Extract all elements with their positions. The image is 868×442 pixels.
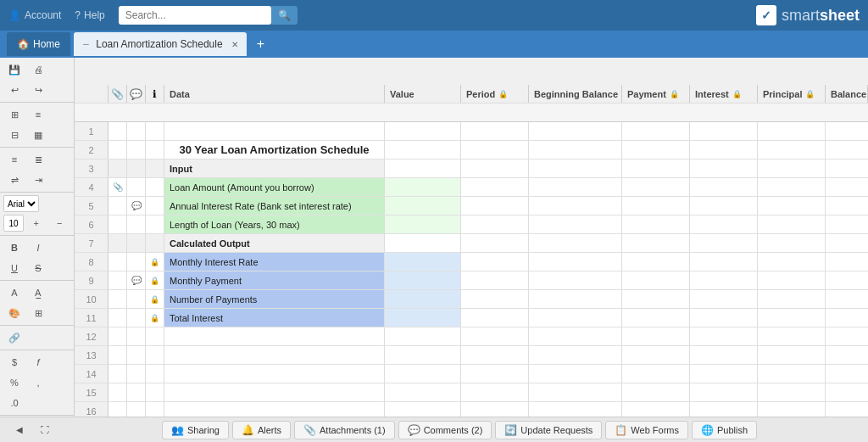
cell-value[interactable] (385, 178, 461, 196)
sheet-nav-left[interactable]: ◀ (8, 421, 31, 439)
cell-payment[interactable] (622, 346, 690, 364)
cell-data[interactable]: Calculated Output (164, 234, 385, 252)
cell-principal[interactable] (758, 215, 826, 233)
tab-sheet[interactable]: − Loan Amortization Schedule ✕ (74, 32, 247, 56)
cell-period[interactable] (461, 215, 529, 233)
cell-balance[interactable] (826, 253, 868, 271)
cell-data[interactable]: Monthly Payment (164, 271, 385, 289)
cell-balance[interactable] (826, 402, 868, 417)
cell-principal[interactable] (758, 253, 826, 271)
cell-interest[interactable] (690, 271, 758, 289)
cell-value[interactable] (385, 309, 461, 327)
cell-interest[interactable] (690, 253, 758, 271)
cell-interest[interactable] (690, 365, 758, 383)
table-row[interactable]: 3 Input (75, 159, 868, 178)
cell-data[interactable] (164, 327, 385, 345)
cell-principal[interactable] (758, 159, 826, 177)
cell-payment[interactable] (622, 402, 690, 417)
help-button[interactable]: ? Help (75, 9, 104, 21)
cell-value[interactable] (385, 327, 461, 345)
cell-value[interactable] (385, 290, 461, 308)
cell-bb[interactable] (529, 271, 622, 289)
cell-balance[interactable] (826, 309, 868, 327)
table-row[interactable]: 10 🔒 Number of Payments (75, 290, 868, 309)
cell-balance[interactable] (826, 178, 868, 196)
cell-balance[interactable] (826, 365, 868, 383)
search-button[interactable]: 🔍 (271, 6, 298, 25)
cell-value[interactable] (385, 346, 461, 364)
table-row[interactable]: 9 💬 🔒 Monthly Payment (75, 271, 868, 290)
table-row[interactable]: 8 🔒 Monthly Interest Rate (75, 253, 868, 271)
cell-data[interactable]: Monthly Interest Rate (164, 253, 385, 271)
cell-interest[interactable] (690, 309, 758, 327)
table-row[interactable]: 15 (75, 383, 868, 402)
cell-bb[interactable] (529, 178, 622, 196)
cell-period[interactable] (461, 178, 529, 196)
cell-principal[interactable] (758, 234, 826, 252)
cell-payment[interactable] (622, 141, 690, 159)
tab-add-button[interactable]: + (250, 32, 271, 56)
cell-data[interactable] (164, 346, 385, 364)
cell-bb[interactable] (529, 197, 622, 215)
update-requests-button[interactable]: 🔄 Update Requests (495, 421, 602, 439)
cell-data[interactable] (164, 402, 385, 417)
cell-value[interactable] (385, 234, 461, 252)
publish-button[interactable]: 🌐 Publish (692, 421, 757, 439)
cell-value[interactable] (385, 159, 461, 177)
table-row[interactable]: 5 💬 Annual Interest Rate (Bank set inter… (75, 197, 868, 215)
cell-period[interactable] (461, 365, 529, 383)
cell-value[interactable] (385, 253, 461, 271)
cell-interest[interactable] (690, 197, 758, 215)
cell-period[interactable] (461, 271, 529, 289)
cell-period[interactable] (461, 309, 529, 327)
cell-value[interactable] (385, 271, 461, 289)
account-button[interactable]: 👤 Account (8, 9, 61, 21)
cell-principal[interactable] (758, 365, 826, 383)
cell-interest[interactable] (690, 141, 758, 159)
cell-interest[interactable] (690, 215, 758, 233)
cell-payment[interactable] (622, 159, 690, 177)
tab-home[interactable]: 🏠 Home (7, 32, 70, 56)
table-row[interactable]: 4 📎 Loan Amount (Amount you borrow) (75, 178, 868, 197)
cell-payment[interactable] (622, 122, 690, 140)
cell-bb[interactable] (529, 253, 622, 271)
cell-payment[interactable] (622, 383, 690, 401)
cell-principal[interactable] (758, 309, 826, 327)
cell-data[interactable]: 30 Year Loan Amortization Schedule (164, 141, 385, 159)
cell-value[interactable] (385, 197, 461, 215)
cell-balance[interactable] (826, 383, 868, 401)
cell-payment[interactable] (622, 309, 690, 327)
cell-principal[interactable] (758, 271, 826, 289)
table-row[interactable]: 7 Calculated Output (75, 234, 868, 253)
cell-data[interactable]: Annual Interest Rate (Bank set interest … (164, 197, 385, 215)
cell-balance[interactable] (826, 197, 868, 215)
cell-balance[interactable] (826, 215, 868, 233)
cell-value[interactable] (385, 141, 461, 159)
cell-balance[interactable] (826, 159, 868, 177)
cell-balance[interactable] (826, 346, 868, 364)
attachments-button[interactable]: 📎 Attachments (1) (294, 421, 395, 439)
cell-data[interactable] (164, 383, 385, 401)
cell-value[interactable] (385, 383, 461, 401)
cell-data[interactable] (164, 365, 385, 383)
table-row[interactable]: 13 (75, 346, 868, 365)
cell-payment[interactable] (622, 253, 690, 271)
table-row[interactable]: 12 (75, 327, 868, 346)
cell-interest[interactable] (690, 327, 758, 345)
cell-period[interactable] (461, 253, 529, 271)
cell-period[interactable] (461, 402, 529, 417)
cell-principal[interactable] (758, 290, 826, 308)
tab-close-icon[interactable]: ✕ (231, 40, 238, 49)
cell-principal[interactable] (758, 327, 826, 345)
cell-interest[interactable] (690, 159, 758, 177)
cell-interest[interactable] (690, 290, 758, 308)
table-row[interactable]: 6 Length of Loan (Years, 30 max) (75, 215, 868, 234)
cell-principal[interactable] (758, 383, 826, 401)
cell-bb[interactable] (529, 215, 622, 233)
cell-payment[interactable] (622, 271, 690, 289)
cell-data[interactable] (164, 122, 385, 140)
cell-balance[interactable] (826, 122, 868, 140)
cell-bb[interactable] (529, 159, 622, 177)
cell-principal[interactable] (758, 122, 826, 140)
cell-payment[interactable] (622, 178, 690, 196)
